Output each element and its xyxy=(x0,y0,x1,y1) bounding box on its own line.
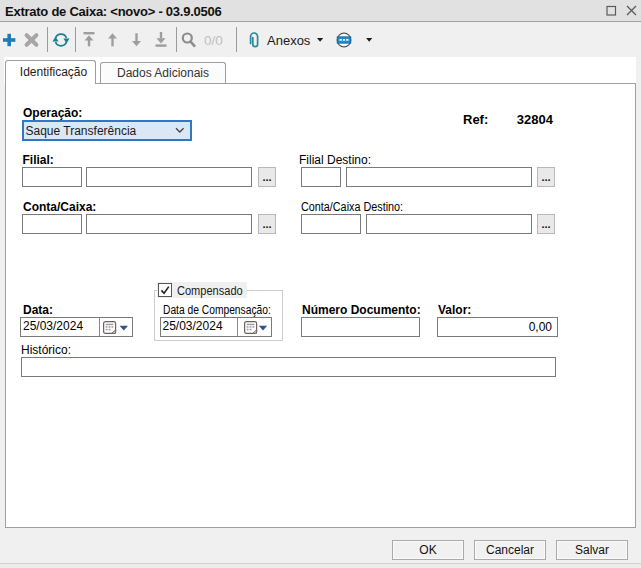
svg-text:0/0: 0/0 xyxy=(204,33,223,48)
svg-text:Anexos: Anexos xyxy=(267,33,311,48)
